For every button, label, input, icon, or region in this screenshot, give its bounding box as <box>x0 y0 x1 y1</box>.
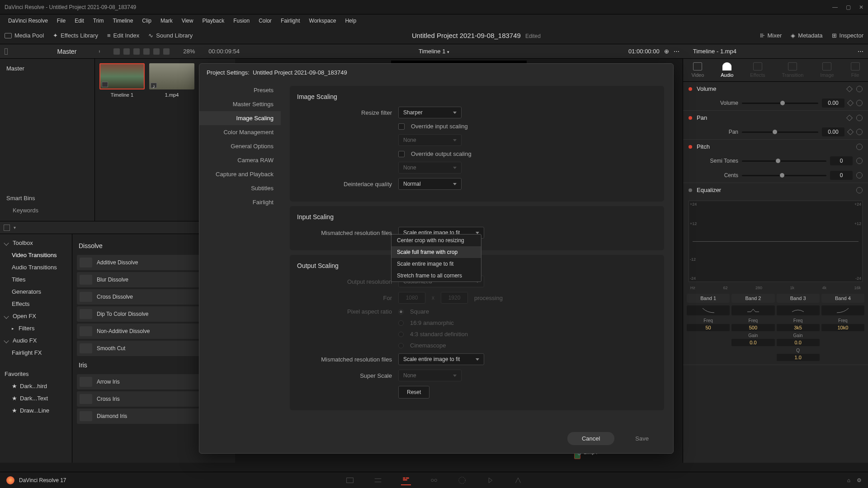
save-button[interactable]: Save <box>621 432 663 445</box>
section-equalizer[interactable]: Equalizer <box>697 187 852 193</box>
nav-fairlight[interactable]: Fairlight <box>199 195 281 209</box>
reset-icon[interactable] <box>856 100 863 106</box>
output-mismatch-dropdown[interactable]: Scale entire image to fit <box>398 353 484 365</box>
view-mode-icon[interactable] <box>5 48 8 55</box>
dropdown-option[interactable]: Scale entire image to fit <box>392 258 481 270</box>
grid-view-icon[interactable] <box>123 48 130 55</box>
volume-slider[interactable] <box>742 103 818 104</box>
band-button[interactable]: Band 1 <box>687 294 730 303</box>
nav-color-management[interactable]: Color Management <box>199 125 281 139</box>
keyframe-icon[interactable] <box>846 114 853 121</box>
expand-icon[interactable]: ⋯ <box>858 48 863 55</box>
fx-cat-audio-transitions[interactable]: Audio Transitions <box>3 261 69 273</box>
band-freq[interactable]: 3k5 <box>777 324 820 331</box>
dropdown-option[interactable]: Stretch frame to all corners <box>392 270 481 282</box>
dropdown-option[interactable]: Scale full frame with crop <box>392 246 481 258</box>
menu-trim[interactable]: Trim <box>90 16 108 26</box>
menu-workspace[interactable]: Workspace <box>306 16 340 26</box>
semitones-value[interactable]: 0 <box>830 156 853 165</box>
par-radio-169[interactable] <box>398 320 404 326</box>
fairlight-page-icon[interactable] <box>485 475 495 485</box>
fx-cat-filters[interactable]: ▸Filters <box>3 322 69 334</box>
reset-icon[interactable] <box>856 129 863 135</box>
pan-value[interactable]: 0.00 <box>822 127 844 136</box>
sort-icon[interactable] <box>153 48 160 55</box>
pan-slider[interactable] <box>742 131 818 133</box>
cancel-button[interactable]: Cancel <box>567 432 614 445</box>
mixer-button[interactable]: ⊪Mixer <box>760 32 782 39</box>
keyframe-icon[interactable] <box>847 100 854 106</box>
fx-cat-video-transitions[interactable]: Video Transitions <box>3 249 69 261</box>
clip-thumb[interactable]: Timeline 1 <box>99 63 145 216</box>
section-pan[interactable]: Pan <box>697 114 843 121</box>
list-view-icon[interactable] <box>133 48 140 55</box>
nav-capture-playback[interactable]: Capture and Playback <box>199 167 281 181</box>
enable-dot[interactable] <box>689 188 692 192</box>
settings-gear-icon[interactable]: ⚙ <box>857 477 862 483</box>
media-page-icon[interactable] <box>345 475 355 485</box>
fx-view-icon[interactable] <box>4 225 10 231</box>
inspector-tab-file[interactable]: File <box>851 62 860 78</box>
chevron-down-icon[interactable]: ▾ <box>447 50 449 54</box>
effects-library-button[interactable]: ✦Effects Library <box>53 32 98 39</box>
inspector-tab-transition[interactable]: Transition <box>782 62 803 78</box>
enable-dot[interactable] <box>689 87 692 91</box>
deliver-page-icon[interactable] <box>513 475 523 485</box>
reset-icon[interactable] <box>856 158 863 164</box>
color-page-icon[interactable] <box>457 475 467 485</box>
search-icon[interactable] <box>143 48 150 55</box>
favorites-header[interactable]: Favorites <box>3 368 69 380</box>
enable-dot[interactable] <box>689 145 692 149</box>
menu-app[interactable]: DaVinci Resolve <box>5 16 52 26</box>
menu-edit[interactable]: Edit <box>71 16 88 26</box>
band-freq[interactable]: 10k0 <box>821 324 864 331</box>
reset-icon[interactable] <box>856 187 863 193</box>
band-q[interactable]: 1.0 <box>777 354 820 361</box>
resize-filter-dropdown[interactable]: Sharper <box>398 107 462 118</box>
fx-cat-toolbox[interactable]: Toolbox <box>3 237 69 249</box>
section-pitch[interactable]: Pitch <box>697 143 852 150</box>
band-button[interactable]: Band 2 <box>731 294 774 303</box>
clip-thumb[interactable]: ♪ 1.mp4 <box>149 63 194 216</box>
menu-playback[interactable]: Playback <box>198 16 228 26</box>
par-radio-square[interactable] <box>398 309 404 314</box>
band-gain[interactable]: 0.0 <box>777 339 820 346</box>
bin-master[interactable]: Master <box>4 62 91 75</box>
fx-cat-generators[interactable]: Generators <box>3 286 69 298</box>
cents-slider[interactable] <box>742 175 826 176</box>
menu-timeline[interactable]: Timeline <box>109 16 137 26</box>
viewer-zoom[interactable]: 28% <box>183 48 195 55</box>
smart-bins-header[interactable]: Smart Bins <box>4 192 91 204</box>
reset-icon[interactable] <box>856 144 863 150</box>
nav-master-settings[interactable]: Master Settings <box>199 97 281 111</box>
cut-page-icon[interactable] <box>373 475 383 485</box>
chevron-down-icon[interactable]: ▾ <box>14 225 16 230</box>
home-icon[interactable]: ⌂ <box>847 477 850 483</box>
maximize-icon[interactable]: ▢ <box>846 4 851 10</box>
strip-view-icon[interactable] <box>113 48 120 55</box>
menu-view[interactable]: View <box>178 16 197 26</box>
minimize-icon[interactable]: — <box>832 4 838 10</box>
nav-image-scaling[interactable]: Image Scaling <box>199 111 281 125</box>
sound-library-button[interactable]: ∿Sound Library <box>148 32 193 39</box>
reset-icon[interactable] <box>856 172 863 178</box>
band-freq[interactable]: 500 <box>731 324 774 331</box>
band-curve-select[interactable] <box>731 305 774 315</box>
favorite-item[interactable]: ★Draw...Line <box>3 404 69 417</box>
par-radio-43[interactable] <box>398 332 404 337</box>
band-curve-select[interactable] <box>821 305 864 315</box>
nav-subtitles[interactable]: Subtitles <box>199 181 281 195</box>
fx-cat-openfx[interactable]: Open FX <box>3 310 69 322</box>
metadata-button[interactable]: ◈Metadata <box>791 32 822 39</box>
menu-mark[interactable]: Mark <box>157 16 176 26</box>
menu-clip[interactable]: Clip <box>138 16 155 26</box>
volume-value[interactable]: 0.00 <box>822 99 844 108</box>
nav-presets[interactable]: Presets <box>199 83 281 97</box>
fx-cat-audiofx[interactable]: Audio FX <box>3 334 69 347</box>
favorite-item[interactable]: ★Dark...Text <box>3 392 69 404</box>
super-scale-dropdown[interactable]: None <box>398 370 462 381</box>
menu-color[interactable]: Color <box>255 16 275 26</box>
fx-cat-fairlightfx[interactable]: Fairlight FX <box>3 347 69 359</box>
fusion-page-icon[interactable] <box>429 475 439 485</box>
more-icon[interactable] <box>163 48 170 55</box>
